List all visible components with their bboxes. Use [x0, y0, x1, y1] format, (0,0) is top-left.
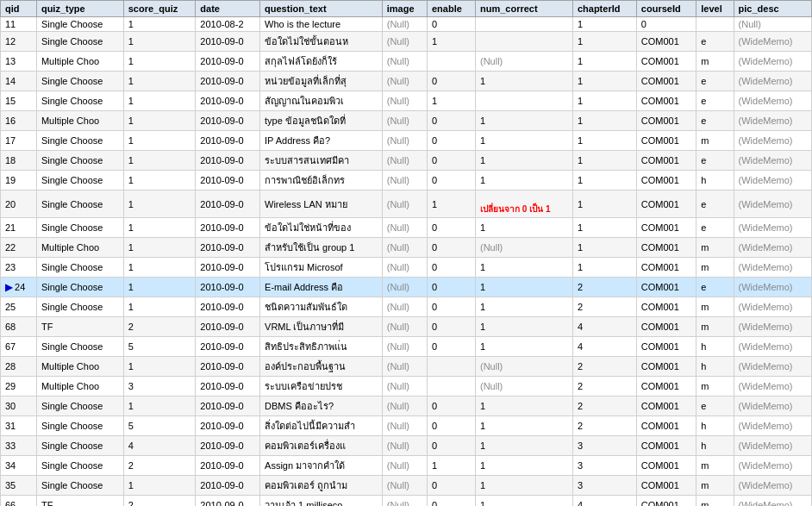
cell-course-id: COM001: [636, 91, 696, 111]
cell-level: e: [696, 278, 734, 297]
cell-enable: 0: [427, 72, 475, 91]
col-header-courseId[interactable]: courseId: [636, 1, 696, 17]
table-row[interactable]: 23Single Choose12010-09-0โปรแกรม Microso…: [1, 258, 812, 278]
cell-chapter-id: 1: [572, 72, 636, 91]
cell-score-quiz: 5: [123, 337, 196, 357]
cell-image: (Null): [382, 32, 427, 52]
cell-quiz-type: Single Choose: [36, 337, 123, 357]
table-row[interactable]: 68TF22010-09-0VRML เป็นภาษาที่มี(Null)01…: [1, 317, 812, 337]
data-table-container[interactable]: qid quiz_type score_quiz date question_t…: [0, 0, 812, 506]
table-row[interactable]: 25Single Choose12010-09-0ชนิดความสัมพันธ…: [1, 297, 812, 317]
cell-date: 2010-08-2: [196, 17, 260, 32]
col-header-level[interactable]: level: [696, 1, 734, 17]
table-row[interactable]: 19Single Choose12010-09-0การพาณิชย์อิเล็…: [1, 171, 812, 191]
table-row[interactable]: 17Single Choose12010-09-0IP Address คือ?…: [1, 131, 812, 151]
cell-qid: 12: [1, 32, 37, 52]
cell-date: 2010-09-0: [196, 416, 260, 436]
table-row[interactable]: 30Single Choose12010-09-0DBMS คืออะไร?(N…: [1, 397, 812, 416]
cell-pic-desc: (WideMemo): [734, 258, 811, 278]
table-row[interactable]: 22Multiple Choo12010-09-0สำหรับใช้เป็น g…: [1, 238, 812, 258]
table-row[interactable]: 16Multiple Choo12010-09-0type ข้อมูลชนิด…: [1, 111, 812, 131]
cell-date: 2010-09-0: [196, 32, 260, 52]
cell-image: (Null): [382, 278, 427, 297]
col-header-question_text[interactable]: question_text: [260, 1, 383, 17]
cell-question-text: วานเจ้า 1 milliseco: [260, 496, 383, 507]
cell-question-text: VRML เป็นภาษาที่มี: [260, 317, 383, 337]
cell-question-text: type ข้อมูลชนิดใดที่: [260, 111, 383, 131]
cell-level: h: [696, 337, 734, 357]
cell-date: 2010-09-0: [196, 151, 260, 171]
col-header-chapterId[interactable]: chapterId: [572, 1, 636, 17]
table-row[interactable]: 18Single Choose12010-09-0ระบบสารสนเทศมีค…: [1, 151, 812, 171]
cell-quiz-type: Single Choose: [36, 278, 123, 297]
table-row[interactable]: 34Single Choose22010-09-0Assign มาจากคำใ…: [1, 456, 812, 476]
cell-image: (Null): [382, 72, 427, 91]
cell-pic-desc: (WideMemo): [734, 238, 811, 258]
table-header-row: qid quiz_type score_quiz date question_t…: [1, 1, 812, 17]
cell-quiz-type: Multiple Choo: [36, 52, 123, 72]
col-header-qid[interactable]: qid: [1, 1, 37, 17]
cell-question-text: ข้อใดไม่ใช่หน้าที่ของ: [260, 218, 383, 238]
cell-date: 2010-09-0: [196, 496, 260, 507]
table-row[interactable]: 35Single Choose12010-09-0คอมพิวเตอร์ ถูก…: [1, 476, 812, 496]
cell-qid: 35: [1, 476, 37, 496]
cell-chapter-id: 1: [572, 258, 636, 278]
cell-num-correct: [475, 32, 572, 52]
cell-level: m: [696, 131, 734, 151]
cell-score-quiz: 1: [123, 52, 196, 72]
cell-image: (Null): [382, 397, 427, 416]
cell-quiz-type: Single Choose: [36, 258, 123, 278]
cell-qid: 68: [1, 317, 37, 337]
table-row[interactable]: 28Multiple Choo12010-09-0องค์ประกอบพื้นฐ…: [1, 357, 812, 377]
table-row[interactable]: 66TF22010-09-0วานเจ้า 1 milliseco(Null)0…: [1, 496, 812, 507]
table-row[interactable]: 31Single Choose52010-09-0สิ่งใดต่อไปนี้ม…: [1, 416, 812, 436]
cell-date: 2010-09-0: [196, 218, 260, 238]
cell-level: e: [696, 32, 734, 52]
cell-num-correct: [475, 91, 572, 111]
cell-chapter-id: 4: [572, 317, 636, 337]
cell-num-correct: 1: [475, 416, 572, 436]
cell-level: e: [696, 111, 734, 131]
table-row[interactable]: 21Single Choose12010-09-0ข้อใดไม่ใช่หน้า…: [1, 218, 812, 238]
table-row[interactable]: 29Multiple Choo32010-09-0ระบบเครือข่ายปร…: [1, 377, 812, 397]
col-header-pic_desc[interactable]: pic_desc: [734, 1, 811, 17]
table-row[interactable]: 14Single Choose12010-09-0หน่วยข้อมูลที่เ…: [1, 72, 812, 91]
cell-level: m: [696, 258, 734, 278]
cell-course-id: COM001: [636, 476, 696, 496]
cell-question-text: ข้อใดไม่ใช่ขั้นตอนห: [260, 32, 383, 52]
cell-question-text: ระบบเครือข่ายปรช: [260, 377, 383, 397]
cell-chapter-id: 1: [572, 17, 636, 32]
cell-level: e: [696, 72, 734, 91]
cell-image: (Null): [382, 171, 427, 191]
cell-pic-desc: (WideMemo): [734, 72, 811, 91]
col-header-num_correct[interactable]: num_correct: [475, 1, 572, 17]
table-row[interactable]: 13Multiple Choo12010-09-0สกุลไฟล์โดย้งก็…: [1, 52, 812, 72]
table-row[interactable]: 33Single Choose42010-09-0คอมพิวเตอร์เครื…: [1, 436, 812, 456]
cell-level: e: [696, 218, 734, 238]
table-row[interactable]: 11Single Choose12010-08-2Who is the lect…: [1, 17, 812, 32]
cell-num-correct: 1: [475, 436, 572, 456]
cell-chapter-id: 1: [572, 91, 636, 111]
col-header-quiz_type[interactable]: quiz_type: [36, 1, 123, 17]
col-header-enable[interactable]: enable: [427, 1, 475, 17]
table-row[interactable]: ▶ 24Single Choose12010-09-0E-mail Addres…: [1, 278, 812, 297]
cell-image: (Null): [382, 218, 427, 238]
col-header-score_quiz[interactable]: score_quiz: [123, 1, 196, 17]
cell-course-id: COM001: [636, 337, 696, 357]
cell-image: (Null): [382, 131, 427, 151]
cell-image: (Null): [382, 91, 427, 111]
cell-qid: 16: [1, 111, 37, 131]
cell-level: h: [696, 357, 734, 377]
cell-num-correct: 1: [475, 337, 572, 357]
cell-pic-desc: (WideMemo): [734, 297, 811, 317]
cell-enable: 0: [427, 171, 475, 191]
col-header-date[interactable]: date: [196, 1, 260, 17]
table-row[interactable]: 67Single Choose52010-09-0สิทธิประสิทธิภา…: [1, 337, 812, 357]
table-row[interactable]: 15Single Choose12010-09-0สัญญาณในคอมพิวเ…: [1, 91, 812, 111]
col-header-image[interactable]: image: [382, 1, 427, 17]
table-row[interactable]: 12Single Choose12010-09-0ข้อใดไม่ใช่ขั้น…: [1, 32, 812, 52]
cell-num-correct: 1: [475, 476, 572, 496]
cell-qid: 13: [1, 52, 37, 72]
table-row[interactable]: 20Single Choose12010-09-0Wireless LAN หม…: [1, 191, 812, 218]
cell-enable: [427, 52, 475, 72]
